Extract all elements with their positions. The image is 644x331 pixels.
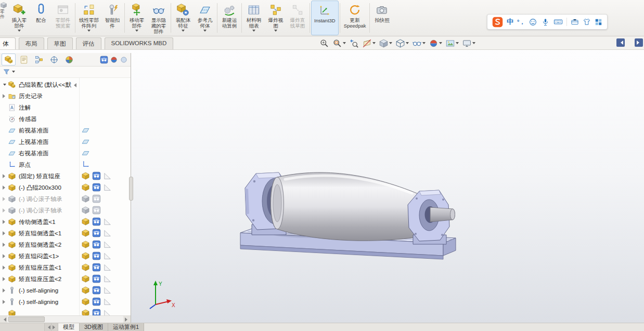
command-tab-assembly[interactable]: 体 [0,37,16,49]
tree-item[interactable]: 矫直辊侧透盖<2 [0,239,131,250]
ribbon-insert-component-button[interactable]: 插入零部件 [8,1,30,35]
viewbar-zoom-to-area-button[interactable] [331,38,347,49]
eye-hidden[interactable] [92,206,101,215]
panel-splitter-handle[interactable] [129,177,133,201]
expand-arrow-icon[interactable] [2,208,8,213]
ime-language-toggle[interactable]: 中 [507,17,513,27]
tree-item[interactable]: 传感器 [0,113,131,125]
tree-item[interactable]: (-) self-aligning [0,296,131,308]
bottom-tab-2[interactable]: 运动算例1 [108,323,144,331]
viewbar-view-orientation-button[interactable] [378,38,393,49]
scrollbar-track[interactable] [7,316,123,323]
apps-grid-icon[interactable] [595,18,602,26]
eye-hidden[interactable] [92,194,101,203]
scroll-right-button[interactable] [123,316,131,323]
eye-visible[interactable] [92,240,101,249]
tree-item[interactable]: (-) 调心滚子轴承 [0,193,131,205]
keyboard-icon[interactable] [553,17,563,27]
model-shaft[interactable] [430,207,455,222]
appearance-triangle[interactable] [103,309,112,315]
appearance-triangle[interactable] [103,274,112,283]
tree-item[interactable]: 矫直辊闷盖<1> [0,250,131,262]
display-pane-eye-header[interactable] [100,56,108,64]
expand-arrow-icon[interactable] [2,220,8,224]
pane-collapse-right-button[interactable] [635,38,643,47]
ribbon-bill-of-materials-button[interactable]: 材料明细表 [243,1,265,35]
eye-visible[interactable] [92,309,101,315]
tree-item[interactable]: (-) self-aligning [0,285,131,296]
viewbar-display-style-button[interactable] [394,38,410,49]
expand-arrow-icon[interactable] [2,254,8,258]
viewbar-zoom-to-fit-button[interactable] [318,38,330,49]
panel-tab-featuremanager[interactable] [2,54,16,65]
eye-visible[interactable] [92,171,101,180]
tree-item[interactable]: 传动侧透盖<1 [0,216,131,228]
panel-tab-dimxpertmanager[interactable] [47,54,61,65]
expand-arrow-icon[interactable] [2,174,8,178]
tree-item[interactable]: 原点 [0,159,131,170]
eye-visible[interactable] [92,263,101,272]
panel-tab-propertymanager[interactable] [17,54,31,65]
ribbon-reference-geometry-button[interactable]: 参考几何体 [194,1,216,35]
tree-item[interactable]: (固定) 矫直辊座 [0,170,131,182]
scrollbar-thumb[interactable] [8,316,45,322]
ribbon-show-hidden-components-button[interactable]: 显示隐藏的零部件 [148,1,170,35]
viewbar-edit-appearance-button[interactable] [428,38,443,49]
panel-tab-configurationmanager[interactable] [32,54,46,65]
display-pane-appearance-header[interactable] [110,56,118,64]
tree-item[interactable]: 注解 [0,102,131,113]
eye-visible[interactable] [92,229,101,237]
model-tabs-scroll-right-button[interactable] [51,323,58,331]
tree-item[interactable]: 右视基准面 [0,148,131,159]
command-tab-layout[interactable]: 布局 [19,37,44,49]
expand-arrow-icon[interactable] [2,231,8,235]
command-tab-solidworks-mbd[interactable]: SOLIDWORKS MBD [105,37,174,49]
display-pane-transparency-header[interactable] [120,56,128,64]
viewbar-previous-view-button[interactable] [348,38,360,49]
skin-icon[interactable] [583,18,591,26]
ribbon-mate-button[interactable]: 配合 [30,1,52,35]
panel-horizontal-scrollbar[interactable] [0,315,131,323]
sogou-logo-icon[interactable] [492,17,503,28]
viewbar-view-settings-button[interactable] [461,38,476,49]
appearance-triangle[interactable] [103,217,112,226]
toolbox-icon[interactable] [571,18,579,26]
emoji-icon[interactable] [529,18,537,27]
appearance-triangle[interactable] [103,229,112,237]
viewbar-section-view-button[interactable] [361,38,377,49]
tree-item[interactable]: 历史记录 [0,90,131,102]
scroll-left-button[interactable] [0,316,7,323]
tree-item[interactable]: 前视基准面 [0,125,131,136]
appearance-triangle[interactable] [103,183,112,192]
eye-visible[interactable] [92,286,101,295]
ribbon-partial-left-button[interactable]: 零件 [0,0,8,36]
appearance-triangle[interactable] [103,251,112,260]
tree-item[interactable] [0,308,131,315]
expand-arrow-icon[interactable] [2,277,8,281]
tree-item[interactable]: (-) 凸辊200x300 [0,182,131,193]
expand-arrow-icon[interactable] [2,266,8,270]
command-tab-sketch[interactable]: 草图 [47,37,73,49]
ribbon-move-component-button[interactable]: 移动零部件 [126,1,148,35]
bottom-tab-0[interactable]: 模型 [58,323,80,331]
microphone-icon[interactable] [541,18,550,27]
viewbar-apply-scene-button[interactable] [444,38,460,49]
eye-visible[interactable] [92,274,101,283]
expand-arrow-icon[interactable] [2,243,8,247]
ribbon-instant3d-button[interactable]: Instant3D [311,1,339,35]
tree-item[interactable]: (-) 调心滚子轴承 [0,205,131,216]
appearance-triangle[interactable] [103,286,112,295]
expand-arrow-icon[interactable] [2,197,8,201]
expand-arrow-icon[interactable] [2,94,8,98]
bottom-tab-1[interactable]: 3D视图 [80,323,108,331]
panel-tab-displaymanager[interactable] [62,54,76,65]
filter-dropdown-caret-icon[interactable] [12,71,15,74]
appearance-triangle[interactable] [103,240,112,249]
featuremanager-collapse-arrow[interactable] [72,82,76,88]
filter-funnel-icon[interactable] [3,68,10,76]
tree-item[interactable]: 上视基准面 [0,136,131,148]
expand-arrow-icon[interactable] [2,186,8,190]
appearance-triangle[interactable] [103,297,112,306]
ribbon-smart-fasteners-button[interactable]: 智能扣件 [101,1,123,35]
pane-collapse-left-button[interactable] [616,38,625,47]
